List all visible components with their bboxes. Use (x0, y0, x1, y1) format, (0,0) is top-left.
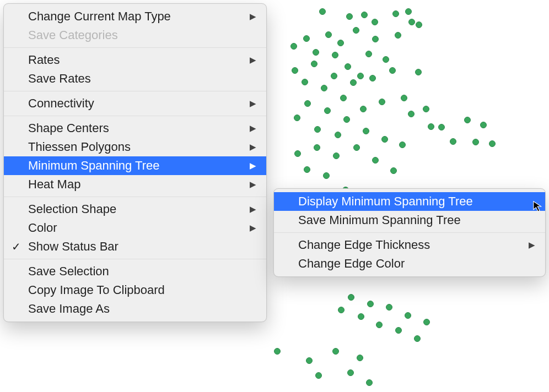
menu-item-label: Copy Image To Clipboard (28, 283, 256, 297)
scatter-dot (333, 153, 340, 159)
menu-item-heat-map[interactable]: Heat Map ▶ (4, 175, 266, 194)
scatter-dot (395, 32, 401, 39)
menu-item-label: Heat Map (28, 177, 250, 192)
scatter-dot (399, 141, 406, 148)
scatter-dot (337, 40, 344, 46)
scatter-dot (438, 124, 445, 130)
menu-item-selection-shape[interactable]: Selection Shape ▶ (4, 200, 266, 219)
submenu-arrow-icon: ▶ (250, 142, 256, 152)
scatter-dot (314, 144, 320, 151)
scatter-dot (423, 319, 430, 325)
scatter-dot (294, 115, 300, 121)
context-menu[interactable]: Change Current Map Type ▶ Save Categorie… (3, 3, 267, 322)
menu-item-label: Show Status Bar (28, 239, 256, 254)
menu-item-copy-image-to-clipboard[interactable]: Copy Image To Clipboard (4, 281, 266, 300)
scatter-dot (332, 52, 338, 58)
scatter-dot (292, 67, 298, 74)
menu-item-save-image-as[interactable]: Save Image As (4, 300, 266, 318)
scatter-dot (302, 79, 308, 85)
scatter-dot (303, 35, 310, 42)
menu-item-label: Change Edge Thickness (298, 238, 529, 252)
scatter-dot (408, 19, 415, 25)
scatter-dot (428, 123, 434, 130)
scatter-dot (379, 99, 385, 105)
scatter-dot (360, 106, 367, 112)
submenu-arrow-icon: ▶ (250, 161, 256, 171)
scatter-dot (348, 294, 354, 301)
scatter-dot (321, 85, 327, 91)
menu-item-connectivity[interactable]: Connectivity ▶ (4, 94, 266, 113)
scatter-dot (325, 31, 332, 38)
submenu-item-change-edge-thickness[interactable]: Change Edge Thickness ▶ (274, 236, 545, 254)
scatter-dot (331, 73, 337, 79)
checkmark-icon: ✓ (12, 240, 21, 253)
menu-item-save-rates[interactable]: Save Rates (4, 69, 266, 88)
scatter-dot (357, 73, 364, 79)
scatter-dot (401, 95, 407, 101)
menu-item-thiessen-polygons[interactable]: Thiessen Polygons ▶ (4, 138, 266, 156)
scatter-dot (415, 69, 422, 75)
menu-item-label: Change Edge Color (298, 257, 535, 271)
menu-item-label: Display Minimum Spanning Tree (298, 194, 535, 209)
submenu-item-save-mst[interactable]: Save Minimum Spanning Tree (274, 211, 545, 230)
menu-item-label: Connectivity (28, 96, 250, 111)
scatter-dot (390, 167, 397, 174)
scatter-dot (392, 10, 399, 17)
scatter-dot (343, 116, 350, 123)
scatter-dot (358, 313, 364, 320)
menu-item-label: Color (28, 221, 250, 235)
scatter-dot (361, 12, 368, 18)
scatter-dot (389, 67, 396, 74)
scatter-dot (274, 348, 281, 355)
scatter-dot (405, 312, 411, 319)
scatter-dot (480, 122, 487, 128)
menu-item-save-categories: Save Categories (4, 26, 266, 45)
menu-separator (4, 197, 266, 197)
scatter-dot (383, 56, 389, 63)
menu-item-label: Save Categories (28, 28, 256, 42)
scatter-dot (311, 61, 317, 67)
scatter-dot (408, 111, 415, 117)
scatter-dot (313, 49, 319, 56)
scatter-dot (314, 126, 321, 133)
scatter-dot (324, 107, 331, 114)
scatter-dot (315, 372, 322, 379)
menu-item-change-current-map-type[interactable]: Change Current Map Type ▶ (4, 7, 266, 26)
scatter-dot (414, 335, 421, 342)
menu-item-show-status-bar[interactable]: ✓ Show Status Bar (4, 237, 266, 256)
menu-item-label: Minimum Spanning Tree (28, 159, 250, 173)
scatter-dot (347, 369, 354, 376)
menu-item-label: Save Rates (28, 72, 256, 86)
scatter-dot (332, 348, 339, 355)
scatter-dot (376, 322, 383, 328)
scatter-dot (395, 327, 402, 334)
scatter-dot (416, 21, 422, 28)
submenu-arrow-icon: ▶ (250, 204, 256, 214)
menu-item-label: Save Minimum Spanning Tree (298, 213, 535, 227)
submenu-item-display-mst[interactable]: Display Minimum Spanning Tree (274, 192, 545, 211)
scatter-dot (323, 172, 330, 179)
menu-item-label: Rates (28, 53, 250, 67)
menu-item-rates[interactable]: Rates ▶ (4, 51, 266, 69)
menu-item-shape-centers[interactable]: Shape Centers ▶ (4, 119, 266, 138)
submenu-item-change-edge-color[interactable]: Change Edge Color (274, 254, 545, 273)
scatter-dot (381, 136, 388, 143)
scatter-dot (366, 379, 373, 386)
submenu-minimum-spanning-tree[interactable]: Display Minimum Spanning Tree Save Minim… (273, 188, 546, 277)
menu-item-minimum-spanning-tree[interactable]: Minimum Spanning Tree ▶ (4, 156, 266, 175)
scatter-dot (365, 51, 372, 57)
submenu-arrow-icon: ▶ (529, 240, 535, 250)
menu-separator (274, 232, 545, 233)
scatter-dot (423, 106, 429, 112)
menu-item-color[interactable]: Color ▶ (4, 219, 266, 237)
menu-item-save-selection[interactable]: Save Selection (4, 262, 266, 281)
scatter-dot (338, 307, 345, 313)
scatter-dot (294, 150, 301, 157)
scatter-dot (345, 63, 351, 70)
scatter-dot (353, 27, 359, 34)
submenu-arrow-icon: ▶ (250, 55, 256, 65)
scatter-dot (489, 140, 496, 147)
menu-item-label: Change Current Map Type (28, 9, 250, 24)
scatter-dot (304, 166, 310, 173)
scatter-dot (290, 43, 297, 50)
